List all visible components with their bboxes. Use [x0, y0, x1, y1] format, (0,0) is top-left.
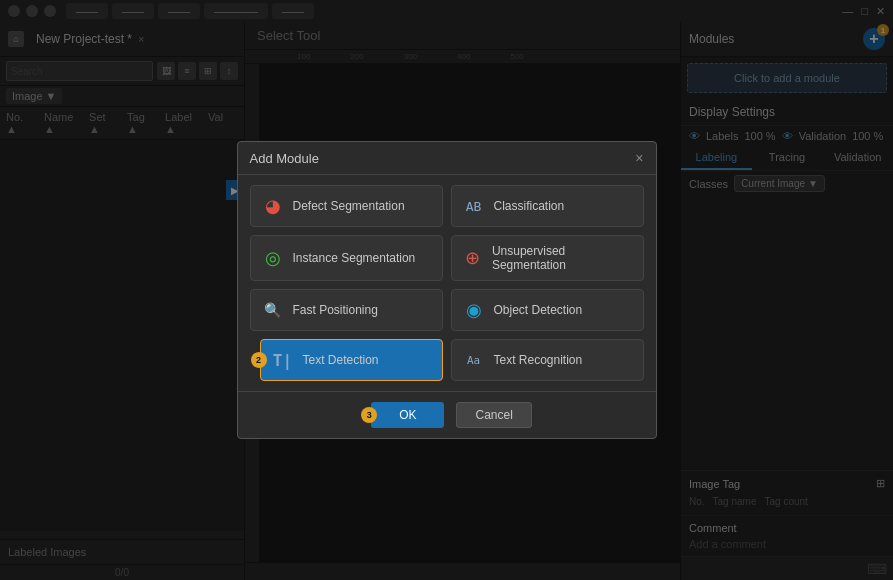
fast-icon: 🔍 [261, 298, 285, 322]
cancel-label: Cancel [475, 408, 512, 422]
ok-label: OK [399, 408, 416, 422]
module-label-fast-positioning: Fast Positioning [293, 303, 378, 317]
unsupervised-icon: ⊕ [462, 246, 484, 270]
module-item-classification[interactable]: AB Classification [451, 185, 644, 227]
module-label-text-recognition: Text Recognition [494, 353, 583, 367]
modal-overlay: Add Module × ◕ Defect Segmentation AB Cl… [0, 0, 893, 580]
module-label-classification: Classification [494, 199, 565, 213]
modal-footer: 3 OK Cancel [238, 391, 656, 438]
modal-body: ◕ Defect Segmentation AB Classification … [238, 175, 656, 391]
ok-button[interactable]: 3 OK [371, 402, 444, 428]
objdet-icon: ◉ [462, 298, 486, 322]
textrec-icon: Aa [462, 348, 486, 372]
instance-icon: ◎ [261, 246, 285, 270]
modal-close-button[interactable]: × [635, 150, 643, 166]
module-item-text-recognition[interactable]: Aa Text Recognition [451, 339, 644, 381]
classification-icon: AB [462, 194, 486, 218]
step-badge-2: 2 [251, 352, 267, 368]
module-item-defect-seg[interactable]: ◕ Defect Segmentation [250, 185, 443, 227]
modal-header: Add Module × [238, 142, 656, 175]
module-item-text-detection[interactable]: 2 T| Text Detection [260, 339, 443, 381]
modal-title: Add Module [250, 151, 319, 166]
module-label-instance-seg: Instance Segmentation [293, 251, 416, 265]
defect-icon: ◕ [261, 194, 285, 218]
module-item-instance-seg[interactable]: ◎ Instance Segmentation [250, 235, 443, 281]
module-label-defect-seg: Defect Segmentation [293, 199, 405, 213]
module-label-unsupervised-seg: Unsupervised Segmentation [492, 244, 633, 272]
textdet-icon: T| [271, 348, 295, 372]
module-item-unsupervised-seg[interactable]: ⊕ Unsupervised Segmentation [451, 235, 644, 281]
add-module-modal: Add Module × ◕ Defect Segmentation AB Cl… [237, 141, 657, 439]
cancel-button[interactable]: Cancel [456, 402, 531, 428]
module-label-text-detection: Text Detection [303, 353, 379, 367]
module-item-object-detection[interactable]: ◉ Object Detection [451, 289, 644, 331]
step-badge-3: 3 [361, 407, 377, 423]
module-label-object-detection: Object Detection [494, 303, 583, 317]
module-item-fast-positioning[interactable]: 🔍 Fast Positioning [250, 289, 443, 331]
